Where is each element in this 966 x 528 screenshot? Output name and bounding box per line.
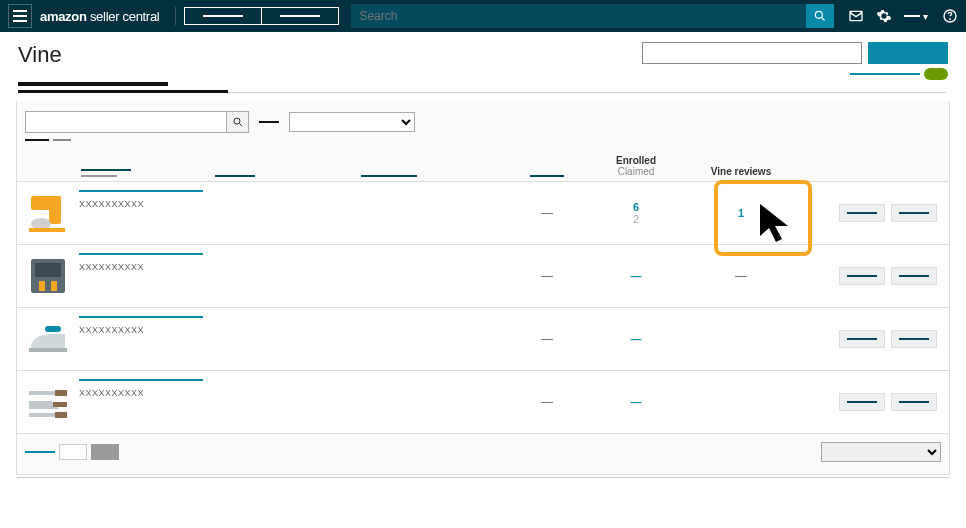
svg-rect-17	[55, 390, 67, 396]
content-panel: Enrolled Claimed Vine reviews XXXXXXXXXX…	[16, 101, 950, 475]
actions-cell	[801, 204, 941, 222]
enrolled-cell: 62	[591, 201, 681, 225]
store-switcher[interactable]	[184, 7, 339, 25]
status-badge	[924, 68, 948, 80]
svg-line-1	[822, 18, 825, 21]
help-icon[interactable]	[942, 8, 958, 24]
page-current[interactable]	[91, 444, 119, 460]
brand-logo: amazon seller central	[40, 9, 159, 24]
row-action-secondary[interactable]	[891, 393, 937, 411]
product-thumbnail	[25, 253, 71, 299]
svg-rect-13	[39, 281, 45, 291]
gear-icon[interactable]	[876, 8, 892, 24]
top-navbar: amazon seller central ▾	[0, 0, 966, 32]
svg-rect-19	[55, 412, 67, 418]
table-footer	[17, 434, 949, 470]
date-cell: —	[503, 332, 591, 346]
table-row: XXXXXXXXXX—621	[17, 182, 949, 245]
row-action-primary[interactable]	[839, 393, 885, 411]
svg-rect-8	[49, 196, 61, 224]
svg-rect-16	[29, 348, 67, 352]
product-thumbnail	[25, 316, 71, 362]
product-thumbnail	[25, 190, 71, 236]
svg-line-6	[239, 124, 242, 127]
actions-cell	[801, 330, 941, 348]
page-title: Vine	[18, 42, 62, 68]
product-asin: XXXXXXXXXX	[79, 325, 144, 335]
tab-bar	[0, 82, 966, 101]
col-enrolled-header: Enrolled Claimed	[591, 155, 681, 177]
product-thumbnail	[25, 379, 71, 425]
menu-button[interactable]	[8, 4, 32, 28]
filter-search-input[interactable]	[26, 112, 226, 132]
row-action-secondary[interactable]	[891, 267, 937, 285]
page-prev[interactable]	[59, 444, 87, 460]
row-action-primary[interactable]	[839, 204, 885, 222]
svg-rect-12	[35, 263, 61, 277]
row-action-secondary[interactable]	[891, 204, 937, 222]
pagination	[25, 444, 119, 460]
vine-search-input[interactable]	[642, 42, 862, 64]
date-cell: —	[503, 269, 591, 283]
page-size-select[interactable]	[821, 442, 941, 462]
page-header: Vine	[0, 32, 966, 82]
product-asin: XXXXXXXXXX	[79, 388, 144, 398]
enroll-button[interactable]	[868, 42, 948, 64]
date-cell: —	[503, 206, 591, 220]
enrolled-cell: —	[591, 270, 681, 282]
global-search-input[interactable]	[351, 4, 806, 28]
filter-search	[25, 111, 249, 133]
row-action-primary[interactable]	[839, 330, 885, 348]
product-title-link[interactable]	[79, 190, 203, 192]
brand-divider	[175, 7, 176, 25]
svg-point-5	[234, 118, 240, 124]
svg-rect-14	[51, 281, 57, 291]
mail-icon[interactable]	[848, 8, 864, 24]
svg-rect-18	[53, 402, 67, 407]
table-row: XXXXXXXXXX———	[17, 245, 949, 308]
product-asin: XXXXXXXXXX	[79, 199, 144, 209]
product-title-link[interactable]	[79, 316, 203, 318]
col-reviews-header: Vine reviews	[681, 166, 801, 177]
filter-select[interactable]	[289, 112, 415, 132]
review-count-link[interactable]: 1	[738, 207, 744, 219]
header-actions	[642, 42, 948, 64]
actions-cell	[801, 393, 941, 411]
row-action-secondary[interactable]	[891, 330, 937, 348]
product-title-link[interactable]	[79, 379, 203, 381]
top-right-icons: ▾	[848, 8, 958, 24]
product-title-link[interactable]	[79, 253, 203, 255]
filter-summary	[17, 139, 949, 149]
table-header: Enrolled Claimed Vine reviews	[17, 149, 949, 182]
filter-row	[17, 101, 949, 139]
filter-label	[259, 121, 279, 123]
svg-rect-10	[29, 228, 65, 232]
date-cell: —	[503, 395, 591, 409]
svg-rect-15	[45, 326, 61, 332]
enrolled-cell: —	[591, 333, 681, 345]
row-action-primary[interactable]	[839, 267, 885, 285]
active-tab[interactable]	[18, 82, 168, 86]
global-search	[351, 4, 834, 28]
global-search-button[interactable]	[806, 4, 834, 28]
svg-point-4	[950, 19, 951, 20]
reviews-cell: 1	[681, 206, 801, 220]
enrolled-cell: —	[591, 396, 681, 408]
status-row	[850, 68, 948, 80]
actions-cell	[801, 267, 941, 285]
filter-search-button[interactable]	[226, 112, 248, 132]
table-row: XXXXXXXXXX——	[17, 308, 949, 371]
svg-point-0	[815, 11, 822, 18]
reviews-cell: —	[681, 269, 801, 283]
table-row: XXXXXXXXXX——	[17, 371, 949, 434]
language-selector[interactable]: ▾	[904, 11, 930, 22]
product-asin: XXXXXXXXXX	[79, 262, 144, 272]
